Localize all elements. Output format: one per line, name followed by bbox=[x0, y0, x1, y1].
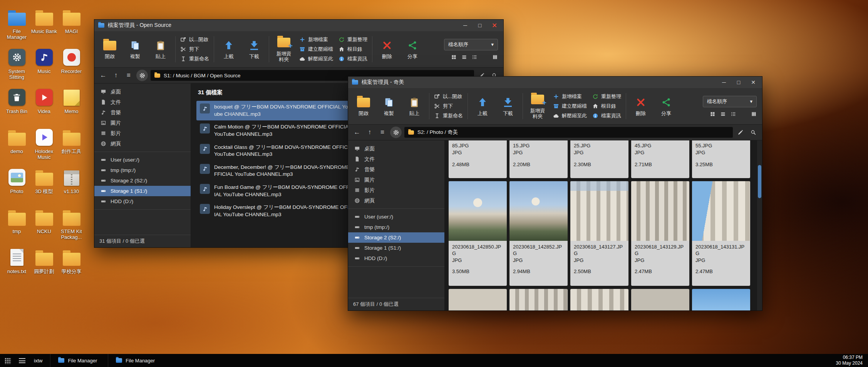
file-row[interactable]: bosquet @ フリーBGM DOVA-SYNDROME OFFICIAL … bbox=[196, 101, 359, 120]
file-tile[interactable]: 20230618_142852.JPGJPG2.94MB bbox=[509, 181, 568, 286]
detail-view-button[interactable] bbox=[731, 111, 736, 117]
file-tile[interactable]: 20230618_142850.JPGJPG3.50MB bbox=[449, 181, 507, 286]
copy-button[interactable]: 複製 bbox=[377, 95, 401, 117]
file-tile-partial[interactable] bbox=[570, 289, 628, 310]
minimize-button[interactable]: ─ bbox=[717, 77, 731, 88]
desktop-icon-file-manager[interactable]: File Manager bbox=[3, 5, 30, 45]
share-button[interactable]: 分享 bbox=[654, 95, 679, 117]
sidebar-item-pictures[interactable]: 圖片 bbox=[94, 118, 191, 128]
sidebar-item-desktop[interactable]: 桌面 bbox=[348, 143, 444, 154]
back-button[interactable]: ← bbox=[98, 70, 108, 81]
path-bar[interactable]: S2: / Photo / 奇美 bbox=[404, 127, 733, 138]
file-tile-partial[interactable]: 25.JPGJPG2.30MB bbox=[570, 140, 628, 178]
open-with-button[interactable]: 以...開啟 bbox=[432, 92, 464, 101]
maximize-button[interactable]: □ bbox=[473, 20, 487, 31]
desktop-icon-videa[interactable]: Videa bbox=[30, 85, 58, 125]
edit-path-button[interactable] bbox=[736, 127, 746, 138]
file-tile[interactable]: 20230618_143129.JPGJPG2.47MB bbox=[631, 181, 689, 286]
menu-button[interactable]: ≡ bbox=[377, 127, 387, 138]
desktop-icon-tmp[interactable]: tmp bbox=[3, 205, 30, 245]
desktop-icon-holodex-music[interactable]: Holodex Music bbox=[30, 125, 58, 165]
sidebar-item-user-drive[interactable]: User (user:/) bbox=[348, 212, 444, 222]
create-archive-button[interactable]: 建立壓縮檔 bbox=[298, 45, 335, 53]
titlebar[interactable]: 檔案管理員 - 奇美 ─ □ ✕ bbox=[348, 77, 762, 88]
delete-button[interactable]: 刪除 bbox=[375, 38, 399, 60]
file-tile[interactable]: 20230618_143127.JPGJPG2.50MB bbox=[570, 181, 628, 286]
sidebar-item-web[interactable]: 網頁 bbox=[94, 138, 191, 149]
open-button[interactable]: 開啟 bbox=[351, 95, 376, 117]
new-file-button[interactable]: 新增檔案 bbox=[298, 35, 335, 44]
desktop-icon-demo[interactable]: demo bbox=[3, 125, 30, 165]
sort-order-dropdown[interactable]: 檔名順序▾ bbox=[703, 96, 757, 107]
sidebar-item-videos[interactable]: 影片 bbox=[94, 128, 191, 138]
task-list-button[interactable] bbox=[15, 354, 29, 367]
list-view-button[interactable] bbox=[461, 54, 467, 60]
rename-button[interactable]: 重新命名 bbox=[179, 55, 211, 63]
refresh-button[interactable]: 重新整理 bbox=[337, 35, 369, 44]
open-with-button[interactable]: 以...開啟 bbox=[179, 35, 211, 44]
close-button[interactable]: ✕ bbox=[487, 20, 502, 31]
taskbar-task-file-manager-1[interactable]: File Manager bbox=[50, 354, 105, 367]
file-row[interactable]: Cocktail Glass @ フリーBGM DOVA-SYNDROME OF… bbox=[196, 141, 359, 161]
search-button[interactable] bbox=[748, 127, 758, 138]
desktop-icon-stem-kit[interactable]: STEM Kit Packag... bbox=[58, 205, 85, 245]
desktop-icon-music[interactable]: Music bbox=[30, 45, 58, 85]
delete-button[interactable]: 刪除 bbox=[628, 95, 653, 117]
desktop-icon-memo[interactable]: Memo bbox=[58, 85, 85, 125]
file-tile-partial[interactable]: 15.JPGJPG2.20MB bbox=[509, 140, 568, 178]
sidebar-item-user-drive[interactable]: User (user:/) bbox=[94, 155, 191, 165]
sidebar-item-storage1[interactable]: Storage 1 (S1:/) bbox=[348, 243, 444, 253]
new-folder-button[interactable]: +新增資料夾 bbox=[271, 35, 296, 63]
column-view-button[interactable] bbox=[751, 111, 757, 117]
extract-here-button[interactable]: 解壓縮至此 bbox=[298, 55, 335, 63]
column-view-button[interactable] bbox=[492, 54, 498, 60]
root-button[interactable]: 根目錄 bbox=[591, 102, 623, 110]
desktop-icon-photo[interactable]: Photo bbox=[3, 165, 30, 205]
sidebar-item-hdd[interactable]: HDD (D:/) bbox=[348, 253, 444, 264]
close-button[interactable]: ✕ bbox=[746, 77, 761, 88]
sidebar-item-videos[interactable]: 影片 bbox=[348, 185, 444, 195]
scrollbar[interactable] bbox=[757, 140, 762, 310]
taskbar-task-file-manager-2[interactable]: File Manager bbox=[108, 354, 163, 367]
file-row[interactable]: Fun Board Game @ フリーBGM DOVA-SYNDROME OF… bbox=[196, 181, 359, 201]
file-tile[interactable]: 20230618_143131.JPGJPG2.47MB bbox=[692, 181, 750, 286]
copy-button[interactable]: 複製 bbox=[123, 38, 147, 60]
new-file-button[interactable]: 新增檔案 bbox=[551, 92, 588, 101]
download-button[interactable]: 下載 bbox=[242, 38, 266, 60]
sidebar-item-tmp-drive[interactable]: tmp (tmp:/) bbox=[348, 222, 444, 232]
menu-button[interactable]: ≡ bbox=[124, 70, 134, 81]
sidebar-item-storage2[interactable]: Storage 2 (S2:/) bbox=[94, 175, 191, 186]
file-tile-partial[interactable]: 55.JPGJPG3.25MB bbox=[692, 140, 750, 178]
desktop-icon-ncku[interactable]: NCKU bbox=[30, 205, 58, 245]
file-tile-partial[interactable]: 45.JPGJPG2.71MB bbox=[631, 140, 689, 178]
settings-button[interactable] bbox=[390, 127, 402, 138]
list-view-button[interactable] bbox=[720, 111, 726, 117]
open-button[interactable]: 開啟 bbox=[97, 38, 122, 60]
upload-button[interactable]: 上載 bbox=[470, 95, 495, 117]
desktop-icon-notes-txt[interactable]: notes.txt bbox=[3, 245, 30, 285]
grid-view-button[interactable] bbox=[451, 54, 457, 60]
file-info-button[interactable]: 檔案資訊 bbox=[591, 112, 623, 120]
file-tile-partial[interactable] bbox=[631, 289, 689, 310]
desktop-icon-recorder[interactable]: Recorder bbox=[58, 45, 85, 85]
sort-order-dropdown[interactable]: 檔名順序▾ bbox=[444, 39, 498, 50]
desktop-icon-3d-models[interactable]: 3D 模型 bbox=[30, 165, 58, 205]
file-tile-partial[interactable] bbox=[449, 289, 507, 310]
extract-here-button[interactable]: 解壓縮至此 bbox=[551, 112, 588, 120]
app-launcher-button[interactable] bbox=[0, 354, 15, 367]
up-button[interactable]: ↑ bbox=[111, 70, 121, 81]
desktop-icon-magi[interactable]: MAGI bbox=[58, 5, 85, 45]
sidebar-item-music[interactable]: 音樂 bbox=[94, 107, 191, 118]
sidebar-item-storage1[interactable]: Storage 1 (S1:/) bbox=[94, 186, 191, 196]
back-button[interactable]: ← bbox=[352, 127, 362, 138]
file-tile-partial[interactable] bbox=[509, 289, 568, 310]
cut-button[interactable]: 剪下 bbox=[179, 45, 211, 53]
desktop-icon-trash-bin[interactable]: Trash Bin bbox=[3, 85, 30, 125]
desktop-icon-school-share[interactable]: 學校分享 bbox=[58, 245, 85, 285]
root-button[interactable]: 根目錄 bbox=[337, 45, 369, 53]
scrollbar-thumb[interactable] bbox=[758, 165, 761, 198]
paste-button[interactable]: 貼上 bbox=[148, 38, 173, 60]
desktop-icon-system-slitting[interactable]: System Slitting bbox=[3, 45, 30, 85]
desktop-icon-music-bank[interactable]: Music Bank bbox=[30, 5, 58, 45]
new-folder-button[interactable]: +新增資料夾 bbox=[525, 92, 550, 120]
